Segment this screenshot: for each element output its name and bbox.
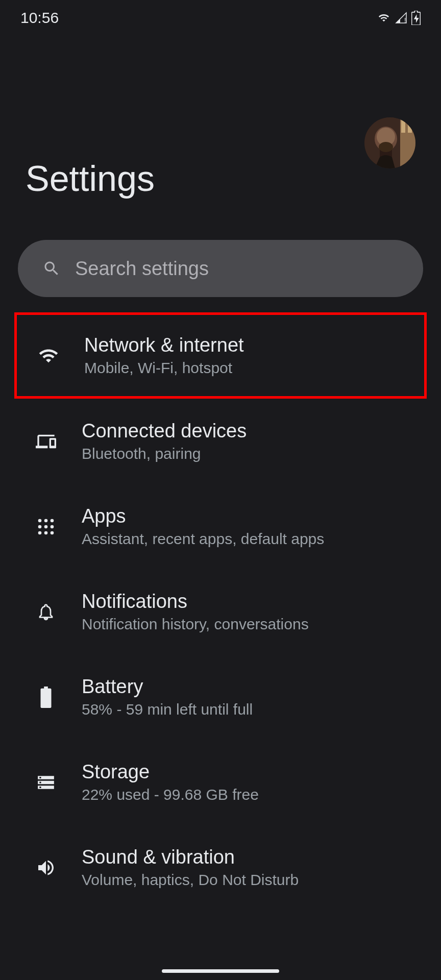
search-bar[interactable]: Search settings	[18, 240, 423, 297]
settings-item-title: Connected devices	[82, 420, 247, 442]
search-placeholder: Search settings	[75, 258, 209, 280]
svg-point-16	[44, 531, 48, 534]
wifi-icon	[38, 346, 59, 366]
settings-item-text: Sound & vibration Volume, haptics, Do No…	[82, 846, 299, 889]
svg-point-12	[38, 525, 42, 528]
page-title: Settings	[26, 158, 415, 199]
settings-item-connected-devices[interactable]: Connected devices Bluetooth, pairing	[0, 399, 441, 484]
settings-item-notifications[interactable]: Notifications Notification history, conv…	[0, 569, 441, 654]
svg-point-11	[51, 519, 54, 522]
settings-item-text: Battery 58% - 59 min left until full	[82, 676, 253, 718]
settings-item-title: Sound & vibration	[82, 846, 299, 868]
bell-icon	[36, 602, 56, 622]
settings-item-text: Notifications Notification history, conv…	[82, 591, 309, 633]
svg-text:!: !	[404, 17, 406, 24]
settings-item-subtitle: Volume, haptics, Do Not Disturb	[82, 871, 299, 889]
svg-point-9	[38, 519, 42, 522]
settings-item-title: Storage	[82, 761, 259, 783]
settings-item-title: Apps	[82, 505, 324, 527]
wifi-status-icon	[377, 12, 391, 23]
settings-item-title: Network & internet	[84, 334, 244, 356]
profile-avatar[interactable]	[364, 117, 415, 168]
search-container: Search settings	[18, 240, 423, 297]
navigation-handle[interactable]	[162, 969, 279, 973]
settings-item-subtitle: Notification history, conversations	[82, 616, 309, 633]
settings-item-subtitle: Bluetooth, pairing	[82, 445, 247, 462]
settings-item-battery[interactable]: Battery 58% - 59 min left until full	[0, 654, 441, 740]
svg-point-14	[51, 525, 54, 528]
settings-item-subtitle: 58% - 59 min left until full	[82, 701, 253, 718]
battery-status-icon	[411, 11, 421, 25]
volume-icon	[36, 857, 56, 878]
settings-item-subtitle: Assistant, recent apps, default apps	[82, 530, 324, 548]
svg-rect-3	[401, 120, 405, 133]
svg-point-13	[44, 525, 48, 528]
settings-item-text: Network & internet Mobile, Wi-Fi, hotspo…	[84, 334, 244, 377]
settings-item-network[interactable]: Network & internet Mobile, Wi-Fi, hotspo…	[14, 312, 427, 399]
settings-item-text: Apps Assistant, recent apps, default app…	[82, 505, 324, 548]
svg-point-10	[44, 519, 48, 522]
storage-icon	[36, 772, 56, 793]
status-time: 10:56	[20, 9, 59, 27]
settings-item-apps[interactable]: Apps Assistant, recent apps, default app…	[0, 484, 441, 569]
settings-item-title: Notifications	[82, 591, 309, 612]
settings-item-title: Battery	[82, 676, 253, 698]
svg-point-15	[38, 531, 42, 534]
settings-item-text: Storage 22% used - 99.68 GB free	[82, 761, 259, 803]
settings-list: Network & internet Mobile, Wi-Fi, hotspo…	[0, 312, 441, 910]
header-region: Settings	[0, 36, 441, 219]
status-icons: !	[377, 11, 421, 25]
settings-item-subtitle: 22% used - 99.68 GB free	[82, 786, 259, 803]
status-bar: 10:56 !	[0, 0, 441, 36]
svg-point-8	[379, 142, 393, 152]
battery-icon	[36, 687, 56, 707]
svg-point-17	[51, 531, 54, 534]
svg-rect-4	[408, 120, 412, 133]
apps-icon	[36, 517, 56, 537]
settings-item-subtitle: Mobile, Wi-Fi, hotspot	[84, 359, 244, 377]
search-icon	[42, 259, 61, 278]
settings-item-storage[interactable]: Storage 22% used - 99.68 GB free	[0, 740, 441, 825]
settings-item-text: Connected devices Bluetooth, pairing	[82, 420, 247, 462]
settings-item-sound[interactable]: Sound & vibration Volume, haptics, Do No…	[0, 825, 441, 910]
devices-icon	[36, 431, 56, 452]
signal-status-icon: !	[395, 12, 407, 24]
